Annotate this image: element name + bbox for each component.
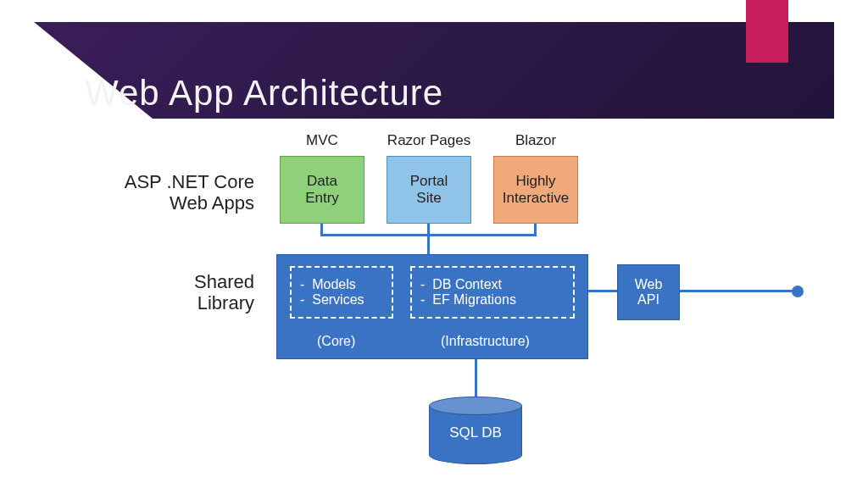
tech-label-mvc: MVC — [280, 132, 364, 149]
infra-caption: (Infrastructure) — [441, 334, 530, 349]
row-label-shared: Shared Library — [147, 271, 254, 314]
row-label-webapps: ASP .NET Core Web Apps — [110, 171, 254, 214]
web-api-box: Web API — [617, 264, 680, 320]
accent-stripe — [746, 0, 788, 63]
core-item-models: - Models — [300, 277, 383, 292]
slide-title: Web App Architecture — [85, 73, 443, 114]
app-box-interactive: Highly Interactive — [493, 156, 578, 224]
sql-db: SQL DB — [429, 396, 522, 464]
core-item-services: - Services — [300, 292, 383, 308]
endpoint-dot — [792, 286, 804, 297]
conn-shared-db — [475, 359, 477, 398]
infra-box: - DB Context - EF Migrations — [410, 266, 575, 319]
infra-item-dbcontext: - DB Context — [420, 277, 565, 292]
tech-label-razor: Razor Pages — [378, 132, 480, 149]
slide: Web App Architecture MVC Razor Pages Bla… — [0, 0, 868, 488]
sql-db-label: SQL DB — [429, 396, 522, 464]
conn-apps-h — [320, 234, 537, 236]
conn-app2-v — [427, 224, 430, 258]
conn-webapi-out — [680, 290, 793, 292]
app-box-data-entry: Data Entry — [280, 156, 364, 224]
conn-shared-webapi — [588, 290, 617, 292]
core-caption: (Core) — [317, 334, 355, 349]
tech-label-blazor: Blazor — [493, 132, 578, 149]
infra-item-ef: - EF Migrations — [420, 292, 565, 308]
core-box: - Models - Services — [290, 266, 393, 319]
app-box-portal: Portal Site — [387, 156, 471, 224]
